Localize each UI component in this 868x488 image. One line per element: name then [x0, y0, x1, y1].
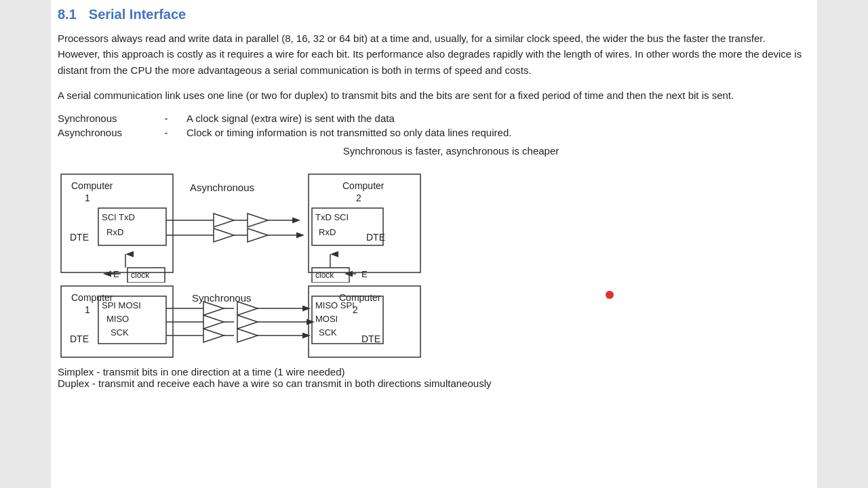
- svg-text:MOSI: MOSI: [315, 314, 338, 324]
- svg-text:MISO  SPI: MISO SPI: [315, 300, 355, 310]
- svg-marker-59: [237, 329, 258, 342]
- svg-text:MISO: MISO: [106, 314, 129, 324]
- duplex-text: Duplex - transmit and receive each have …: [58, 378, 804, 389]
- svg-text:1: 1: [85, 192, 90, 203]
- svg-text:SCK: SCK: [319, 327, 337, 338]
- svg-text:2: 2: [356, 192, 361, 203]
- svg-text:DTE: DTE: [366, 232, 385, 243]
- svg-text:SCK: SCK: [111, 327, 129, 338]
- svg-text:clock: clock: [315, 270, 334, 280]
- section-title-text: Serial Interface: [89, 7, 186, 22]
- simplex-text: Simplex - transmit bits in one direction…: [58, 366, 804, 378]
- right-gutter: [817, 0, 868, 488]
- svg-marker-49: [237, 302, 258, 315]
- synchronous-diagram: Computer 1 SPI MOSI MISO SCK DTE Synchro…: [58, 283, 424, 361]
- svg-text:SCI  TxD: SCI TxD: [102, 212, 135, 222]
- section-title: 8.1Serial Interface: [58, 7, 804, 22]
- svg-marker-52: [203, 315, 224, 329]
- asynchronous-term: Asynchronous: [58, 127, 146, 138]
- svg-marker-54: [237, 315, 258, 329]
- asynchronous-dash: -: [146, 127, 186, 138]
- svg-marker-20: [214, 228, 234, 242]
- svg-text:Synchronous: Synchronous: [192, 292, 252, 304]
- svg-marker-21: [248, 228, 268, 242]
- svg-text:SPI  MOSI: SPI MOSI: [102, 300, 141, 310]
- paragraph-2: A serial communication link uses one lin…: [58, 87, 804, 103]
- svg-text:clock: clock: [131, 270, 150, 280]
- svg-marker-57: [203, 329, 224, 342]
- svg-text:Computer: Computer: [71, 180, 113, 191]
- svg-text:DTE: DTE: [361, 333, 380, 344]
- synchronous-term: Synchronous: [58, 113, 146, 124]
- section-number: 8.1: [58, 7, 77, 22]
- svg-text:Computer: Computer: [342, 180, 384, 191]
- paragraph-1: Processors always read and write data in…: [58, 30, 804, 78]
- definitions-section: Synchronous - A clock signal (extra wire…: [58, 113, 804, 138]
- red-dot: [606, 291, 614, 299]
- asynchronous-diagram: Computer 1 SCI TxD RxD DTE E: [58, 167, 424, 283]
- svg-text:TxD  SCI: TxD SCI: [315, 212, 349, 222]
- svg-text:DTE: DTE: [70, 333, 89, 344]
- svg-text:RxD: RxD: [106, 227, 123, 237]
- diagrams-container: Computer 1 SCI TxD RxD DTE E: [58, 167, 804, 361]
- synchronous-dash: -: [146, 113, 186, 124]
- synchronous-desc: A clock signal (extra wire) is sent with…: [186, 113, 804, 124]
- svg-text:Asynchronous: Asynchronous: [190, 182, 254, 193]
- svg-text:E: E: [361, 269, 368, 279]
- svg-text:DTE: DTE: [70, 232, 89, 243]
- svg-text:RxD: RxD: [319, 227, 336, 237]
- asynchronous-desc: Clock or timing information is not trans…: [186, 127, 804, 138]
- svg-marker-17: [248, 214, 268, 227]
- synchronous-definition: Synchronous - A clock signal (extra wire…: [58, 113, 804, 124]
- comparison-note: Synchronous is faster, asynchronous is c…: [58, 145, 804, 157]
- left-gutter: [0, 0, 51, 488]
- svg-marker-47: [203, 302, 224, 315]
- svg-marker-16: [214, 214, 234, 227]
- asynchronous-definition: Asynchronous - Clock or timing informati…: [58, 127, 804, 138]
- svg-text:1: 1: [85, 304, 90, 315]
- main-content: 8.1Serial Interface Processors always re…: [51, 0, 817, 488]
